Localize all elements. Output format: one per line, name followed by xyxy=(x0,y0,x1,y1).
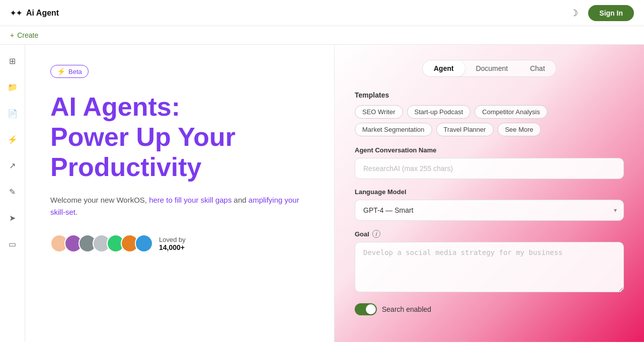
goal-textarea[interactable] xyxy=(355,242,624,292)
language-model-label: Language Model xyxy=(355,188,624,196)
logo-stars-icon: ✦✦ xyxy=(10,9,22,17)
page-icon[interactable]: ▭ xyxy=(5,236,21,252)
tab-agent[interactable]: Agent xyxy=(423,60,465,76)
avatar-group xyxy=(50,234,153,252)
beta-badge: ⚡ Beta xyxy=(50,65,89,78)
create-bar: + Create xyxy=(0,26,644,45)
conversation-name-input[interactable] xyxy=(355,158,624,179)
conversation-name-group: Agent Conversation Name xyxy=(355,146,624,179)
bolt-icon[interactable]: ⚡ xyxy=(5,131,21,147)
dark-mode-toggle[interactable]: ☽ xyxy=(568,6,580,21)
send-icon[interactable]: ➤ xyxy=(5,210,21,226)
goal-label-row: Goal i xyxy=(355,230,624,238)
right-panel: Agent Document Chat Templates SEO Writer… xyxy=(335,45,644,342)
goal-label: Goal xyxy=(355,230,369,238)
tab-chat[interactable]: Chat xyxy=(519,60,556,76)
skill-gaps-link[interactable]: here to fill your skill gaps xyxy=(149,196,231,204)
search-toggle-row: Search enabled xyxy=(355,303,624,315)
toggle-knob xyxy=(366,304,376,314)
see-more-button[interactable]: See More xyxy=(498,123,541,136)
loved-by-text: Loved by 14,000+ xyxy=(159,236,186,251)
language-model-group: Language Model GPT-4 — Smart GPT-3.5 — F… xyxy=(355,188,624,221)
topnav-actions: ☽ Sign In xyxy=(568,5,634,21)
logo: ✦✦ Ai Agent xyxy=(10,9,59,18)
beta-label: Beta xyxy=(68,68,82,75)
loved-section: Loved by 14,000+ xyxy=(50,234,309,252)
language-model-select[interactable]: GPT-4 — Smart GPT-3.5 — Fast Claude 3 — … xyxy=(355,200,624,221)
logo-text: Ai Agent xyxy=(26,9,59,18)
trending-icon[interactable]: ↗ xyxy=(5,157,21,174)
tab-document[interactable]: Document xyxy=(465,60,519,76)
hero-subtitle: Welcome your new WorkOS, here to fill yo… xyxy=(50,194,309,218)
conversation-name-label: Agent Conversation Name xyxy=(355,146,624,154)
folder-icon[interactable]: 📁 xyxy=(5,79,21,95)
pin-icon[interactable]: ✎ xyxy=(5,184,21,200)
templates-label: Templates xyxy=(355,91,624,99)
template-pill[interactable]: Travel Planner xyxy=(436,123,494,136)
signin-button[interactable]: Sign In xyxy=(588,5,634,21)
template-pill[interactable]: Market Segmentation xyxy=(355,123,432,136)
sidebar: ⊞📁📄⚡↗✎➤▭ xyxy=(0,45,25,342)
hero-title: AI Agents: Power Up Your Productivity xyxy=(50,92,309,182)
create-label: Create xyxy=(17,31,38,39)
beta-bolt-icon: ⚡ xyxy=(57,67,65,75)
document-list-icon[interactable]: 📄 xyxy=(5,105,21,121)
top-navigation: ✦✦ Ai Agent ☽ Sign In xyxy=(0,0,644,26)
avatar xyxy=(135,234,153,252)
templates-section: Templates SEO WriterStart-up PodcastComp… xyxy=(355,91,624,136)
template-pill[interactable]: SEO Writer xyxy=(355,105,403,119)
goal-group: Goal i xyxy=(355,230,624,294)
tab-group: Agent Document Chat xyxy=(355,60,624,77)
search-toggle-label: Search enabled xyxy=(382,305,431,313)
language-model-select-wrapper: GPT-4 — Smart GPT-3.5 — Fast Claude 3 — … xyxy=(355,200,624,221)
template-pill[interactable]: Competitor Analysis xyxy=(474,105,547,119)
content-area: ⚡ Beta AI Agents: Power Up Your Producti… xyxy=(25,45,644,342)
left-panel: ⚡ Beta AI Agents: Power Up Your Producti… xyxy=(25,45,335,342)
grid-icon[interactable]: ⊞ xyxy=(5,53,21,69)
template-pill[interactable]: Start-up Podcast xyxy=(407,105,471,119)
create-button[interactable]: + Create xyxy=(10,31,38,39)
info-icon: i xyxy=(372,230,380,238)
plus-icon: + xyxy=(10,31,14,39)
search-toggle[interactable] xyxy=(355,303,377,315)
template-pills-container: SEO WriterStart-up PodcastCompetitor Ana… xyxy=(355,105,624,136)
